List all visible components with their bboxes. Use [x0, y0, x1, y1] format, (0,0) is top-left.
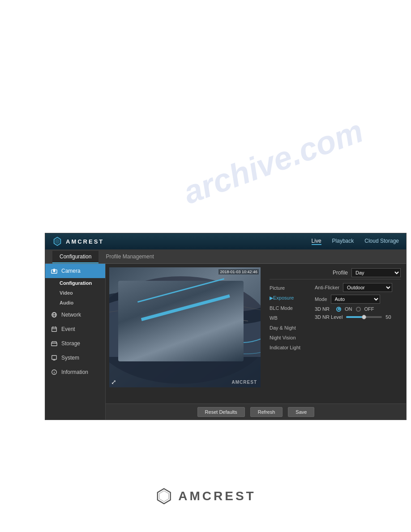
sidebar-information-label: Information: [61, 369, 88, 375]
sidebar-camera-label: Camera: [61, 268, 81, 274]
svg-point-17: [54, 371, 55, 371]
ui-container: AMCREST Live Playback Cloud Storage Conf…: [45, 233, 407, 420]
menu-night-vision[interactable]: Night Vision: [270, 333, 308, 343]
nav-link-cloud-storage[interactable]: Cloud Storage: [364, 238, 399, 245]
sidebar-sub-configuration[interactable]: Configuration: [45, 278, 105, 288]
menu-blc-mode[interactable]: BLC Mode: [270, 303, 308, 313]
camera-view: 2018-01-03 10:42:46 AMCREST ⤢: [109, 267, 261, 387]
3dnr-level-row: 3D NR Level 50: [315, 314, 401, 320]
save-button[interactable]: Save: [288, 407, 314, 417]
settings-left-nav: Picture ▶Exposure BLC Mode WB Day & Nigh…: [270, 283, 308, 352]
network-icon: [51, 311, 58, 318]
bottom-logo: AMCREST: [155, 487, 256, 505]
3dnr-radio-group: ON OFF: [336, 306, 374, 312]
bottom-logo-icon: [155, 487, 173, 505]
3dnr-on-radio[interactable]: [336, 307, 341, 312]
nav-link-live[interactable]: Live: [312, 238, 321, 245]
mode-select[interactable]: Auto Manual: [331, 295, 380, 304]
sidebar-item-camera[interactable]: Camera: [45, 264, 105, 278]
storage-icon: [51, 340, 58, 347]
settings-panel: Profile Day Night Normal Picture ▶Exposu…: [264, 264, 406, 403]
sidebar-item-information[interactable]: Information: [45, 365, 105, 379]
sidebar-item-storage[interactable]: Storage: [45, 336, 105, 351]
3dnr-level-slider[interactable]: 50: [346, 314, 391, 320]
sidebar-system-label: System: [61, 355, 79, 361]
camera-logo-overlay: AMCREST: [232, 380, 257, 385]
settings-form: Picture ▶Exposure BLC Mode WB Day & Nigh…: [270, 283, 401, 352]
3dnr-off-label: OFF: [364, 306, 374, 312]
reset-defaults-button[interactable]: Reset Defaults: [197, 407, 245, 417]
svg-rect-11: [51, 343, 57, 346]
slider-track: [346, 316, 382, 318]
sidebar-network-label: Network: [61, 312, 81, 318]
settings-row: 2018-01-03 10:42:46 AMCREST ⤢ Profile Da…: [106, 264, 406, 403]
camera-icon: [51, 267, 58, 275]
3dnr-level-label: 3D NR Level: [315, 314, 342, 320]
sidebar-sub-audio[interactable]: Audio: [45, 298, 105, 308]
slider-thumb[interactable]: [362, 315, 366, 319]
brand-name: AMCREST: [66, 238, 104, 245]
svg-rect-12: [52, 356, 57, 360]
svg-marker-1: [55, 239, 60, 245]
camera-feed: [109, 267, 261, 387]
sidebar-item-event[interactable]: Event: [45, 322, 105, 336]
event-icon: [51, 326, 58, 333]
slider-value: 50: [385, 314, 391, 320]
profile-label: Profile: [333, 270, 348, 276]
sidebar-storage-label: Storage: [61, 340, 80, 347]
action-bar: Reset Defaults Refresh Save: [106, 403, 406, 420]
camera-timestamp: 2018-01-03 10:42:46: [218, 269, 259, 275]
3dnr-on-label: ON: [345, 306, 352, 312]
camera-image: [109, 267, 261, 387]
mode-label: Mode: [315, 296, 327, 302]
sidebar: Camera Configuration Video Audio Network: [45, 264, 106, 420]
watermark: archive.com: [179, 112, 368, 211]
svg-rect-7: [52, 327, 57, 332]
menu-indicator-light[interactable]: Indicator Light: [270, 343, 308, 352]
3dnr-label: 3D NR: [315, 306, 333, 312]
mode-row: Mode Auto Manual: [315, 295, 401, 304]
svg-point-2: [53, 270, 55, 272]
refresh-button[interactable]: Refresh: [250, 407, 283, 417]
bottom-brand-name: AMCREST: [178, 489, 256, 503]
slider-fill: [346, 316, 364, 318]
svg-marker-21: [159, 491, 169, 502]
sidebar-item-system[interactable]: System: [45, 351, 105, 365]
tab-profile-management[interactable]: Profile Management: [98, 251, 161, 263]
sidebar-sub-video[interactable]: Video: [45, 288, 105, 298]
profile-row: Profile Day Night Normal: [270, 266, 401, 279]
sidebar-item-network[interactable]: Network: [45, 308, 105, 322]
amcrest-logo-icon: [52, 236, 62, 246]
content-area: Camera Configuration Video Audio Network: [45, 264, 406, 420]
nav-bar: AMCREST Live Playback Cloud Storage: [45, 233, 406, 249]
nav-link-playback[interactable]: Playback: [332, 238, 354, 245]
tab-bar: Configuration Profile Management: [45, 249, 406, 264]
3dnr-row: 3D NR ON OFF: [315, 306, 401, 312]
3dnr-off-radio[interactable]: [356, 307, 361, 312]
menu-day-night[interactable]: Day & Night: [270, 323, 308, 333]
nav-logo: AMCREST: [52, 236, 104, 246]
anti-flicker-select[interactable]: Outdoor Indoor 50Hz 60Hz: [343, 283, 392, 292]
anti-flicker-label: Anti-Flicker: [315, 285, 339, 290]
expand-icon[interactable]: ⤢: [111, 378, 116, 386]
system-icon: [51, 354, 58, 361]
tab-configuration[interactable]: Configuration: [52, 251, 98, 263]
settings-controls: Anti-Flicker Outdoor Indoor 50Hz 60Hz: [315, 283, 401, 352]
profile-select[interactable]: Day Night Normal: [351, 268, 401, 277]
menu-picture[interactable]: Picture: [270, 283, 308, 293]
nav-links: Live Playback Cloud Storage: [312, 238, 399, 245]
anti-flicker-row: Anti-Flicker Outdoor Indoor 50Hz 60Hz: [315, 283, 401, 292]
sidebar-event-label: Event: [61, 326, 75, 332]
main-panel: 2018-01-03 10:42:46 AMCREST ⤢ Profile Da…: [106, 264, 406, 420]
menu-wb[interactable]: WB: [270, 313, 308, 323]
menu-exposure[interactable]: ▶Exposure: [270, 293, 308, 303]
info-icon: [51, 369, 58, 376]
